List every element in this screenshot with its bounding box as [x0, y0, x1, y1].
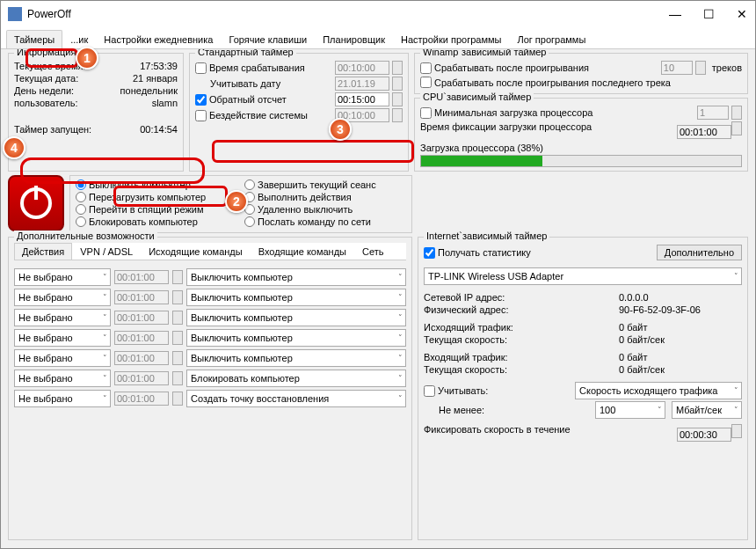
group-std-title: Стандартный таймер — [195, 49, 296, 57]
tab-timers[interactable]: Таймеры — [6, 30, 62, 48]
subtab-out[interactable]: Исходящие команды — [141, 243, 251, 260]
info-row: пользователь:slamn — [14, 98, 178, 108]
tab-log[interactable]: Лог программы — [509, 30, 593, 48]
spinner-icon[interactable] — [695, 61, 706, 75]
group-cpu: CPU`зависимый таймер Минимальная загрузк… — [414, 98, 748, 172]
action-type-combo[interactable]: Выключить компьютер — [186, 309, 406, 326]
action-time[interactable]: 00:01:00 — [114, 331, 169, 345]
account-combo[interactable]: Скорость исходящего трафика — [575, 382, 742, 399]
subtab-actions[interactable]: Действия — [14, 243, 72, 260]
spinner-icon[interactable] — [392, 61, 403, 75]
spinner-icon[interactable] — [172, 371, 183, 385]
power-icon — [8, 175, 64, 231]
group-info-title: Информация — [14, 49, 78, 57]
unit-combo[interactable]: Мбайт/сек — [672, 401, 742, 419]
tab-scheduler[interactable]: Планировщик — [315, 30, 393, 48]
spinner-icon[interactable] — [731, 106, 742, 120]
action-time[interactable]: 00:01:00 — [114, 392, 169, 406]
tab-1[interactable]: ...ик — [62, 30, 96, 48]
app-icon — [8, 7, 22, 21]
action-type-combo[interactable]: Выключить компьютер — [186, 329, 406, 347]
check-after-last: Срабатывать после проигрывания последнег… — [420, 77, 742, 88]
spinner-icon[interactable] — [731, 424, 742, 438]
action-row: Не выбрано00:01:00Выключить компьютер — [14, 289, 406, 306]
radio-sleep: Перейти в спящий режим — [76, 204, 237, 215]
action-type-combo[interactable]: Блокировать компьютер — [186, 370, 406, 387]
action-time[interactable]: 00:01:00 — [114, 290, 169, 304]
radio-logoff: Завершить текущий сеанс — [244, 179, 406, 190]
spinner-icon[interactable] — [731, 121, 742, 135]
check-trigger-time: Время срабатывания00:10:00 — [195, 61, 403, 75]
atleast-row: Не менее:100Мбайт/сек — [424, 401, 742, 419]
spinner-icon[interactable] — [172, 331, 183, 345]
action-type-combo[interactable]: Выключить компьютер — [186, 289, 406, 306]
fix-speed-row: Фиксировать скорость в течение00:00:30 — [424, 424, 742, 442]
action-row: Не выбрано00:01:00Выключить компьютер — [14, 349, 406, 367]
tabs: Таймеры ...ик Настройки ежедневника Горя… — [1, 27, 755, 49]
spinner-icon[interactable] — [172, 290, 183, 304]
net-info-row: Сетевой IP адрес:0.0.0.0 — [424, 292, 742, 303]
action-type-combo[interactable]: Выключить компьютер — [186, 268, 406, 286]
radio-remote: Удаленно выключить — [244, 204, 406, 215]
tab-settings[interactable]: Настройки программы — [393, 30, 509, 48]
close-button[interactable]: ✕ — [736, 7, 748, 21]
check-min-load: Минимальная загрузка процессора1 — [420, 106, 742, 120]
subtabs: Действия VPN / ADSL Исходящие команды Вх… — [14, 243, 406, 260]
maximize-button[interactable]: ☐ — [702, 7, 715, 21]
spinner-icon[interactable] — [172, 311, 183, 325]
check-idle: Бездействие системы00:10:00 — [195, 108, 403, 122]
action-time[interactable]: 00:01:00 — [114, 270, 169, 284]
action-row: Не выбрано00:01:00Выключить компьютер — [14, 268, 406, 286]
spinner-icon[interactable] — [392, 92, 403, 106]
more-button[interactable]: Дополнительно — [657, 245, 742, 260]
action-row: Не выбрано00:01:00Создать точку восстано… — [14, 390, 406, 407]
net-info-row: Текущая скорость:0 байт/сек — [424, 334, 742, 345]
action-row: Не выбрано00:01:00Выключить компьютер — [14, 329, 406, 347]
radio-exec: Выполнить действия — [244, 192, 406, 202]
annotation-badge-2: 2 — [225, 190, 248, 213]
net-info-row: Текущая скорость:0 байт/сек — [424, 364, 742, 375]
group-internet-title: Internet`зависимый таймер — [424, 231, 549, 241]
action-combo[interactable]: Не выбрано — [14, 268, 111, 286]
group-info: Информация Текущее время:17:53:39 Текуща… — [8, 53, 184, 172]
subtab-vpn[interactable]: VPN / ADSL — [72, 243, 141, 260]
spinner-icon[interactable] — [172, 392, 183, 406]
subtab-in[interactable]: Входящие команды — [251, 243, 354, 260]
action-row: Не выбрано00:01:00Выключить компьютер — [14, 309, 406, 326]
spinner-icon[interactable] — [392, 108, 403, 122]
action-type-combo[interactable]: Выключить компьютер — [186, 349, 406, 367]
action-combo[interactable]: Не выбрано — [14, 370, 111, 387]
subtab-net[interactable]: Сеть — [354, 243, 391, 260]
group-extra-title: Дополнительные возможности — [14, 231, 157, 241]
cpu-fix-time-row: Время фиксации загрузки процессора00:01:… — [420, 121, 742, 139]
group-std-timer: Стандартный таймер Время срабатывания00:… — [189, 53, 409, 172]
adapter-combo[interactable]: TP-LINK Wireless USB Adapter — [424, 267, 742, 285]
atleast-combo[interactable]: 100 — [595, 401, 665, 419]
annotation-badge-1: 1 — [76, 47, 98, 70]
group-winamp-title: Winamp`зависимый таймер — [420, 49, 549, 57]
action-type-combo[interactable]: Создать точку восстановления — [186, 390, 406, 407]
tab-daily[interactable]: Настройки ежедневника — [96, 30, 221, 48]
action-combo[interactable]: Не выбрано — [14, 329, 111, 347]
titlebar: PowerOff — ☐ ✕ — [1, 1, 755, 27]
action-time[interactable]: 00:01:00 — [114, 351, 169, 365]
action-combo[interactable]: Не выбрано — [14, 309, 111, 326]
action-time[interactable]: 00:01:00 — [114, 311, 169, 325]
tab-hotkeys[interactable]: Горячие клавиши — [221, 30, 315, 48]
action-combo[interactable]: Не выбрано — [14, 349, 111, 367]
minimize-button[interactable]: — — [669, 7, 681, 21]
spinner-icon[interactable] — [392, 77, 403, 91]
check-use-date: Учитывать дату21.01.19 — [195, 77, 403, 91]
group-winamp: Winamp`зависимый таймер Срабатывать посл… — [414, 53, 748, 94]
spinner-icon[interactable] — [172, 351, 183, 365]
info-row: Текущая дата:21 января — [14, 73, 178, 84]
action-combo[interactable]: Не выбрано — [14, 289, 111, 306]
app-window: PowerOff — ☐ ✕ Таймеры ...ик Настройки е… — [0, 0, 756, 549]
group-internet: Internet`зависимый таймер Получать стати… — [418, 237, 748, 540]
radio-shutdown: Выключить компьютер — [76, 179, 237, 190]
info-row: День недели:понедельник — [14, 85, 178, 96]
check-get-stats: Получать статистикуДополнительно — [424, 245, 742, 260]
spinner-icon[interactable] — [172, 270, 183, 284]
action-time[interactable]: 00:01:00 — [114, 371, 169, 385]
action-combo[interactable]: Не выбрано — [14, 390, 111, 407]
